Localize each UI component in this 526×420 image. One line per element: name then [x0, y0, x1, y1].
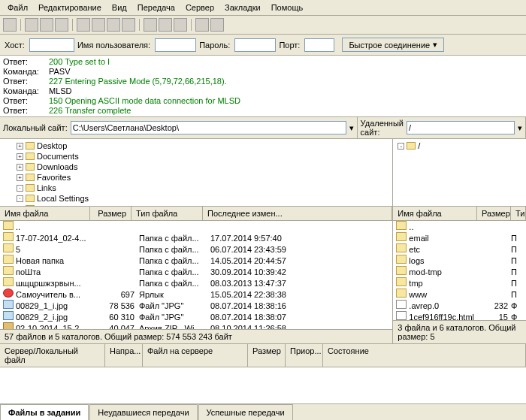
queue-body[interactable] — [0, 367, 526, 403]
tree-item[interactable]: +Favorites — [2, 172, 391, 183]
col-size[interactable]: Размер — [477, 207, 511, 220]
toggle-queue-icon[interactable] — [55, 18, 68, 32]
list-item[interactable]: Самоучитель в...697Ярлык15.05.2014 22:38… — [0, 289, 392, 300]
list-item[interactable]: tmpП — [393, 277, 526, 289]
list-item[interactable]: mod-tmpП — [393, 266, 526, 277]
tree-item[interactable]: ·Links — [2, 183, 391, 193]
toggle-tree-icon[interactable] — [40, 18, 53, 32]
tree-item[interactable]: +Downloads — [2, 162, 391, 172]
col-modified[interactable]: Последнее измен... — [203, 207, 392, 220]
quickconnect-bar: Хост: Имя пользователя: Пароль: Порт: Бы… — [0, 35, 526, 56]
col-size[interactable]: Размер — [90, 207, 132, 220]
qcol-size[interactable]: Размер — [248, 344, 286, 367]
list-item[interactable]: 00829_1_i.jpg78 536Файл "JPG"08.07.2014 … — [0, 300, 392, 311]
local-list-header: Имя файла Размер Тип файла Последнее изм… — [0, 207, 392, 221]
qcol-remote[interactable]: Файл на сервере — [143, 344, 248, 367]
site-bar: Локальный сайт: ▾ Удаленный сайт: ▾ — [0, 117, 526, 139]
list-item[interactable]: .avrep.0232Ф — [393, 300, 526, 311]
list-item[interactable]: 02-10-2014_15-2...40 047Архив ZIP - Wi..… — [0, 322, 392, 329]
pass-label: Пароль: — [199, 41, 230, 50]
chevron-down-icon[interactable]: ▾ — [433, 40, 437, 50]
qcol-prio[interactable]: Приор... — [286, 344, 323, 367]
menu-transfer[interactable]: Передача — [133, 2, 180, 14]
list-item[interactable]: .. — [393, 221, 526, 232]
remote-site-label: Удаленный сайт: — [361, 119, 404, 137]
tree-item[interactable]: / — [418, 141, 420, 151]
local-path-input[interactable] — [71, 121, 346, 134]
bottom-tabs: Файлы в задании Неудавшиеся передачи Усп… — [0, 403, 526, 420]
list-item[interactable]: Новая папкаПапка с файл...14.05.2014 20:… — [0, 255, 392, 266]
col-name[interactable]: Имя файла — [393, 207, 477, 220]
list-item[interactable]: wwwП — [393, 289, 526, 300]
list-item[interactable]: emailП — [393, 232, 526, 243]
qcol-state[interactable]: Состояние — [323, 344, 526, 367]
disconnect-icon[interactable] — [122, 18, 135, 32]
menu-server[interactable]: Сервер — [181, 2, 219, 14]
tree-item[interactable]: +Desktop — [2, 141, 391, 151]
folder-icon — [407, 142, 416, 150]
process-queue-icon[interactable] — [92, 18, 105, 32]
list-item[interactable]: 5Папка с файл...06.07.2014 23:43:59 — [0, 243, 392, 255]
menu-file[interactable]: Файл — [3, 2, 32, 14]
host-label: Хост: — [5, 41, 25, 50]
remote-file-list[interactable]: ..emailПetcПlogsПmod-tmpПtmpПwwwП.avrep.… — [393, 221, 526, 320]
tab-queue[interactable]: Файлы в задании — [0, 404, 89, 420]
message-log: Ответ:200 Type set to IКоманда:PASVОтвет… — [0, 56, 526, 117]
list-item[interactable]: etcП — [393, 243, 526, 255]
remote-status: 3 файла и 6 каталогов. Общий размер: 5 — [393, 320, 526, 343]
port-input[interactable] — [304, 38, 334, 52]
menu-help[interactable]: Помощь — [267, 2, 308, 14]
find-icon[interactable] — [210, 18, 224, 32]
local-status: 57 файлов и 5 каталогов. Общий размер: 5… — [0, 329, 392, 343]
qcol-server[interactable]: Сервер/Локальный файл — [0, 344, 105, 367]
qcol-dir[interactable]: Напра... — [105, 344, 143, 367]
user-label: Имя пользователя: — [77, 41, 150, 50]
tree-item[interactable]: ·Local Settings — [2, 193, 391, 204]
filter-icon[interactable] — [159, 18, 172, 32]
toolbar — [0, 16, 526, 35]
local-tree[interactable]: +Desktop+Documents+Downloads+Favorites·L… — [0, 139, 392, 207]
col-type[interactable]: Тип файла — [132, 207, 203, 220]
remote-list-header: Имя файла Размер Ти — [393, 207, 526, 221]
list-item[interactable]: 1cef916ff19c.html15Ф — [393, 311, 526, 320]
site-manager-icon[interactable] — [3, 18, 17, 32]
reconnect-icon[interactable] — [144, 18, 157, 32]
main-panels: +Desktop+Documents+Downloads+Favorites·L… — [0, 139, 526, 343]
list-item[interactable]: 17-07-2014_02-4...Папка с файл...17.07.2… — [0, 232, 392, 243]
menu-view[interactable]: Вид — [107, 2, 132, 14]
list-item[interactable]: 00829_2_i.jpg60 310Файл "JPG"08.07.2014 … — [0, 311, 392, 322]
list-item[interactable]: .. — [0, 221, 392, 232]
port-label: Порт: — [279, 41, 300, 50]
menu-bookmarks[interactable]: Закладки — [220, 2, 265, 14]
user-input[interactable] — [155, 38, 196, 52]
local-file-list[interactable]: ..17-07-2014_02-4...Папка с файл...17.07… — [0, 221, 392, 329]
sync-icon[interactable] — [195, 18, 209, 32]
menu-edit[interactable]: Редактирование — [34, 2, 106, 14]
host-input[interactable] — [29, 38, 74, 52]
dropdown-icon[interactable]: ▾ — [349, 123, 354, 133]
toggle-log-icon[interactable] — [25, 18, 38, 32]
expand-icon[interactable]: - — [398, 143, 404, 150]
tab-success[interactable]: Успешные передачи — [198, 404, 293, 420]
tab-failed[interactable]: Неудавшиеся передачи — [89, 404, 197, 420]
dropdown-icon[interactable]: ▾ — [518, 123, 522, 133]
list-item[interactable]: поШтаПапка с файл...30.09.2014 10:39:42 — [0, 266, 392, 277]
col-type[interactable]: Ти — [511, 207, 526, 220]
remote-tree[interactable]: -/ — [393, 139, 526, 207]
menu-bar: Файл Редактирование Вид Передача Сервер … — [0, 0, 526, 16]
refresh-icon[interactable] — [77, 18, 90, 32]
list-item[interactable]: logsП — [393, 255, 526, 266]
col-name[interactable]: Имя файла — [0, 207, 90, 220]
pass-input[interactable] — [234, 38, 276, 52]
remote-path-input[interactable] — [407, 121, 515, 134]
compare-icon[interactable] — [174, 18, 187, 32]
cancel-icon[interactable] — [107, 18, 120, 32]
transfer-queue: Сервер/Локальный файл Напра... Файл на с… — [0, 343, 526, 403]
tree-item[interactable]: +Documents — [2, 151, 391, 162]
list-item[interactable]: шщцршжзрвын...Папка с файл...08.03.2013 … — [0, 277, 392, 289]
local-site-label: Локальный сайт: — [3, 123, 68, 132]
quickconnect-button[interactable]: Быстрое соединение▾ — [342, 38, 444, 52]
